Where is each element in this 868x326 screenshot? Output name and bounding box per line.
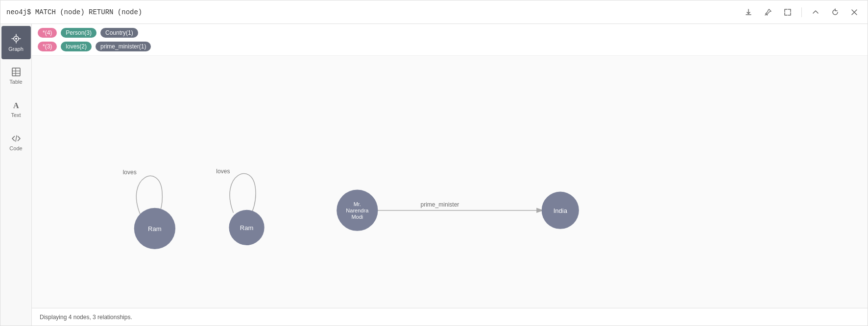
main-container: neo4j$ MATCH (node) RETURN (node) bbox=[0, 0, 868, 326]
top-bar: neo4j$ MATCH (node) RETURN (node) bbox=[0, 0, 868, 24]
graph-icon bbox=[11, 33, 22, 44]
graph-svg: loves loves prime_minister bbox=[32, 56, 868, 308]
filter-row-2: *(3) loves(2) prime_minister(1) bbox=[38, 42, 862, 51]
sidebar-item-table[interactable]: Table bbox=[1, 59, 31, 93]
query-prompt: neo4j$ MATCH (node) RETURN (node) bbox=[6, 8, 142, 16]
expand-icon bbox=[784, 8, 792, 16]
filter-badge-all-rels[interactable]: *(3) bbox=[38, 42, 57, 51]
pin-icon bbox=[764, 8, 772, 16]
table-label: Table bbox=[9, 79, 22, 85]
node-ram1-label: Ram bbox=[148, 225, 162, 233]
node-india-label: India bbox=[554, 207, 568, 214]
pin-button[interactable] bbox=[760, 6, 776, 18]
edge-label-loves-1: loves bbox=[123, 169, 137, 176]
filter-row-1: *(4) Person(3) Country(1) bbox=[38, 28, 138, 38]
graph-area: *(4) Person(3) Country(1) *(3) loves(2) … bbox=[32, 24, 868, 326]
svg-point-1 bbox=[15, 38, 17, 40]
svg-line-11 bbox=[16, 136, 17, 141]
graph-canvas[interactable]: loves loves prime_minister bbox=[32, 56, 868, 308]
filter-badge-country[interactable]: Country(1) bbox=[100, 28, 138, 38]
collapse-button[interactable] bbox=[808, 6, 823, 18]
svg-rect-6 bbox=[12, 68, 20, 76]
filter-badge-person[interactable]: Person(3) bbox=[61, 28, 96, 38]
top-bar-actions bbox=[741, 6, 862, 18]
sidebar-item-code[interactable]: Code bbox=[1, 126, 31, 159]
divider bbox=[801, 7, 802, 17]
refresh-button[interactable] bbox=[827, 6, 843, 18]
filter-badge-loves[interactable]: loves(2) bbox=[61, 42, 92, 51]
node-ram2-label: Ram bbox=[240, 224, 254, 232]
text-icon: A bbox=[11, 100, 21, 110]
node-modi-line1: Mr. bbox=[354, 201, 361, 207]
sidebar: Graph Table A bbox=[0, 24, 32, 326]
filter-bar: *(4) Person(3) Country(1) *(3) loves(2) … bbox=[32, 24, 868, 56]
download-icon bbox=[745, 8, 752, 16]
content-area: Graph Table A bbox=[0, 24, 868, 326]
collapse-icon bbox=[812, 8, 820, 16]
edge-label-pm: prime_minister bbox=[420, 201, 459, 208]
close-button[interactable] bbox=[847, 7, 862, 18]
node-modi-line2: Narendra bbox=[346, 208, 369, 213]
query-display: neo4j$ MATCH (node) RETURN (node) bbox=[6, 8, 142, 16]
refresh-icon bbox=[831, 8, 839, 16]
filter-badge-prime-minister[interactable]: prime_minister(1) bbox=[96, 42, 151, 51]
svg-text:A: A bbox=[13, 101, 19, 110]
node-modi-line3: Modi bbox=[351, 214, 363, 220]
code-icon bbox=[11, 134, 21, 143]
status-text: Displaying 4 nodes, 3 relationships. bbox=[40, 314, 132, 321]
edge-label-loves-2: loves bbox=[216, 168, 230, 175]
download-button[interactable] bbox=[741, 6, 756, 18]
graph-label: Graph bbox=[8, 46, 24, 52]
code-label: Code bbox=[9, 145, 22, 151]
status-bar: Displaying 4 nodes, 3 relationships. bbox=[32, 308, 868, 326]
table-icon bbox=[11, 67, 21, 77]
text-label: Text bbox=[11, 112, 21, 118]
sidebar-item-graph[interactable]: Graph bbox=[1, 26, 31, 59]
expand-button[interactable] bbox=[780, 6, 796, 18]
sidebar-item-text[interactable]: A Text bbox=[1, 93, 31, 126]
close-icon bbox=[851, 9, 858, 16]
filter-badge-all-nodes[interactable]: *(4) bbox=[38, 28, 57, 38]
